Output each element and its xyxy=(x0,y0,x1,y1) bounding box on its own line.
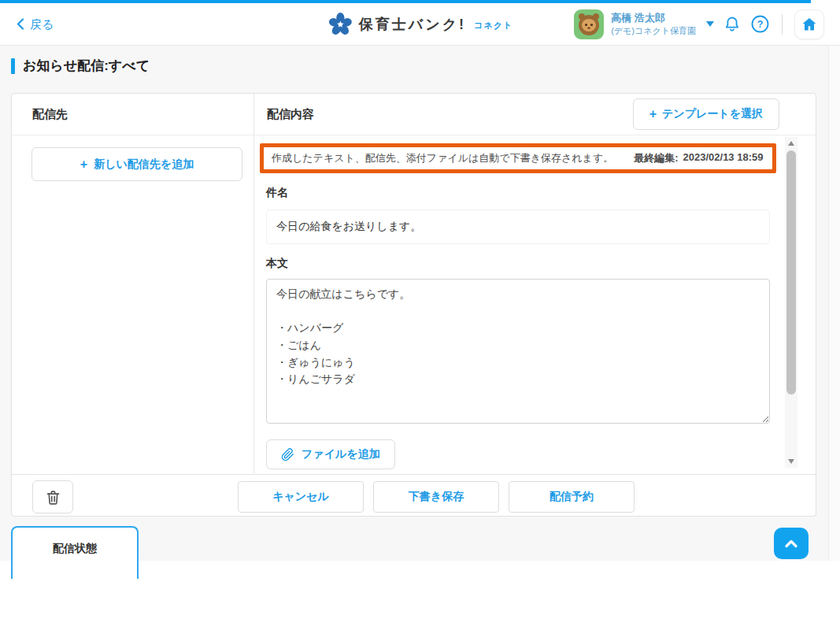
delete-button[interactable] xyxy=(32,480,73,513)
last-edited-label: 最終編集: xyxy=(634,151,678,165)
subject-label: 件名 xyxy=(266,186,770,200)
add-file-button[interactable]: ファイルを追加 xyxy=(266,439,395,469)
page-title: お知らせ配信:すべて xyxy=(23,57,150,75)
scrollbar-up-arrow[interactable] xyxy=(788,141,794,146)
trash-icon xyxy=(45,489,61,506)
svg-text:?: ? xyxy=(757,19,764,30)
schedule-broadcast-button[interactable]: 配信予約 xyxy=(509,481,635,513)
scroll-to-top-button[interactable] xyxy=(774,528,809,559)
autosave-note: 作成したテキスト、配信先、添付ファイルは自動で下書き保存されます。 xyxy=(272,151,613,165)
last-edited-value: 2023/02/13 18:59 xyxy=(683,151,764,165)
paperclip-icon xyxy=(281,448,294,461)
app-header: 戻る 保育士バンク! コネクト 高橋 浩太郎 (デモ)コネクト保育 xyxy=(0,3,840,46)
notifications-bell-button[interactable] xyxy=(723,15,742,34)
chevron-up-icon xyxy=(783,538,799,549)
user-menu[interactable]: 高橋 浩太郎 (デモ)コネクト保育園 xyxy=(574,9,714,39)
scrollbar-down-arrow[interactable] xyxy=(788,459,794,464)
back-chevron-icon xyxy=(16,18,24,31)
user-name: 高橋 浩太郎 xyxy=(611,12,696,25)
select-template-button[interactable]: + テンプレートを選択 xyxy=(633,98,779,130)
bell-icon xyxy=(723,15,742,34)
sakura-logo-icon xyxy=(327,12,353,37)
destinations-panel: + 新しい配信先を追加 xyxy=(12,135,253,474)
subject-input[interactable] xyxy=(266,209,770,244)
add-destination-button[interactable]: + 新しい配信先を追加 xyxy=(31,147,242,181)
logo-subtitle: コネクト xyxy=(474,20,513,32)
content-panel: 作成したテキスト、配信先、添付ファイルは自動で下書き保存されます。 最終編集: … xyxy=(254,135,816,474)
page-scrollbar[interactable] xyxy=(828,46,840,561)
save-draft-button[interactable]: 下書き保存 xyxy=(373,481,499,513)
title-accent-bar xyxy=(11,58,15,74)
back-button[interactable]: 戻る xyxy=(16,17,54,32)
chevron-down-icon xyxy=(706,21,714,27)
content-scrollbar[interactable] xyxy=(785,137,797,468)
avatar xyxy=(574,9,604,39)
home-button[interactable] xyxy=(794,9,824,39)
home-icon xyxy=(801,16,818,33)
broadcast-status-tab[interactable]: 配信状態 xyxy=(11,526,139,579)
broadcast-editor-card: 配信先 配信内容 + テンプレートを選択 + 新しい配信先を追加 作成したテキス… xyxy=(11,93,816,517)
help-button[interactable]: ? xyxy=(750,14,770,34)
app-logo: 保育士バンク! コネクト xyxy=(327,12,513,37)
content-panel-title: 配信内容 xyxy=(267,107,314,122)
plus-icon: + xyxy=(649,108,657,120)
plus-icon: + xyxy=(80,158,87,171)
header-divider xyxy=(782,14,783,35)
body-label: 本文 xyxy=(266,257,770,271)
destinations-panel-title: 配信先 xyxy=(32,107,68,122)
autosave-annotation-box: 作成したテキスト、配信先、添付ファイルは自動で下書き保存されます。 最終編集: … xyxy=(260,143,776,173)
cancel-button[interactable]: キャンセル xyxy=(238,481,364,513)
back-label: 戻る xyxy=(30,17,54,32)
body-textarea[interactable]: 今日の献立はこちらです。 ・ハンバーグ ・ごはん ・ぎゅうにゅう ・りんごサラダ xyxy=(266,279,770,424)
help-icon: ? xyxy=(750,14,770,34)
logo-title: 保育士バンク! xyxy=(359,15,466,34)
scrollbar-thumb[interactable] xyxy=(786,150,796,395)
user-organization: (デモ)コネクト保育園 xyxy=(611,25,696,36)
